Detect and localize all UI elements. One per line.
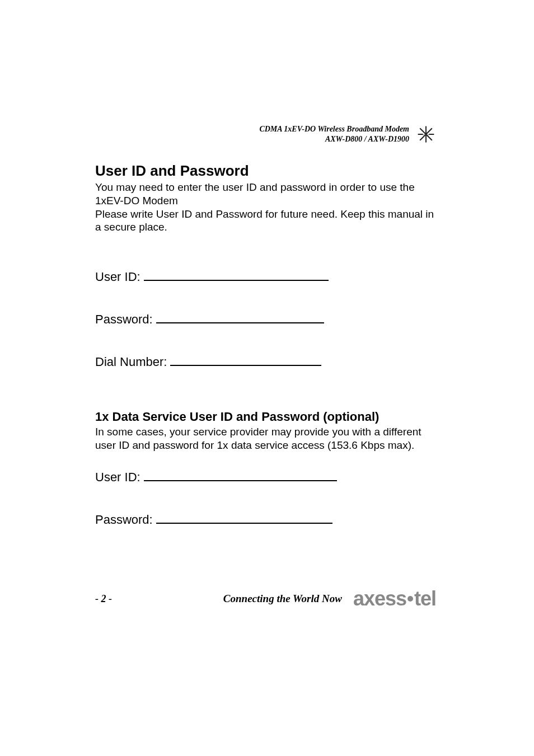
userid-1x-label: User ID: [95,470,140,485]
header-line1: CDMA 1xEV-DO Wireless Broadband Modem [259,124,409,134]
field-userid-1x: User ID: [95,469,436,485]
asterisk-logo-icon: axesstel [416,124,436,144]
header-line2: AXW-D800 / AXW-D1900 [259,134,409,144]
section-title-1x-data: 1x Data Service User ID and Password (op… [95,410,436,424]
password-blank-line[interactable] [156,311,324,323]
page-number: - 2 - [95,593,112,605]
userid-1x-blank-line[interactable] [144,469,337,481]
password-label: Password: [95,312,153,327]
document-header: CDMA 1xEV-DO Wireless Broadband Modem AX… [259,124,436,144]
field-dial-number: Dial Number: [95,354,436,369]
brand-logo: axesstel [353,587,436,611]
field-userid: User ID: [95,269,436,284]
footer-right: Connecting the World Now axesstel [223,587,436,611]
svg-text:axesstel: axesstel [423,134,429,136]
header-product-text: CDMA 1xEV-DO Wireless Broadband Modem AX… [259,124,409,144]
footer-tagline: Connecting the World Now [223,593,342,605]
page-footer: - 2 - Connecting the World Now axesstel [95,587,436,611]
dial-number-label: Dial Number: [95,355,167,369]
page-body: User ID and Password You may need to ent… [0,0,534,527]
dial-number-blank-line[interactable] [170,354,321,366]
userid-label: User ID: [95,270,140,284]
brand-part1: axess [353,587,406,610]
field-password: Password: [95,311,436,327]
password-1x-blank-line[interactable] [156,511,332,524]
section1-para1: You may need to enter the user ID and pa… [95,181,436,208]
section1-para2: Please write User ID and Password for fu… [95,208,436,234]
brand-part2: tel [414,587,436,610]
section-title-userid-password: User ID and Password [95,162,436,180]
section2-para1: In some cases, your service provider may… [95,425,436,452]
userid-blank-line[interactable] [144,269,329,281]
brand-dot-icon [407,596,413,602]
password-1x-label: Password: [95,513,153,527]
field-password-1x: Password: [95,511,436,527]
